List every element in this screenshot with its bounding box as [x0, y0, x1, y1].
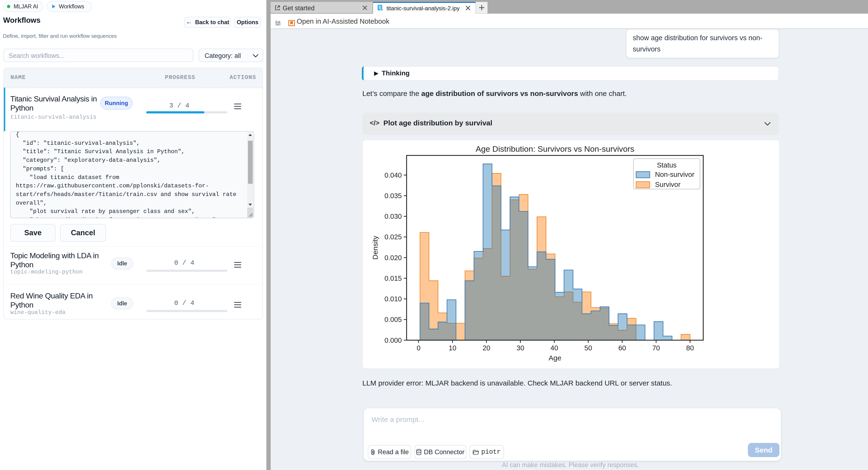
svg-text:60: 60	[618, 344, 626, 352]
svg-text:0.035: 0.035	[384, 192, 402, 199]
svg-text:Non-survivor: Non-survivor	[655, 170, 694, 178]
svg-text:10: 10	[449, 344, 456, 352]
svg-text:Status: Status	[657, 161, 677, 169]
svg-text:0.020: 0.020	[384, 254, 402, 261]
svg-text:50: 50	[584, 344, 592, 352]
svg-text:0.010: 0.010	[384, 295, 402, 303]
svg-text:70: 70	[652, 344, 660, 352]
svg-text:0.015: 0.015	[384, 275, 402, 282]
svg-text:0.030: 0.030	[384, 213, 402, 220]
svg-text:0.005: 0.005	[384, 316, 402, 323]
svg-text:Survivor: Survivor	[655, 181, 681, 188]
svg-text:Age Distribution: Survivors vs: Age Distribution: Survivors vs Non-survi…	[475, 144, 634, 153]
svg-text:20: 20	[483, 344, 490, 352]
svg-text:80: 80	[686, 344, 694, 352]
svg-text:Age: Age	[549, 354, 561, 362]
svg-text:0.040: 0.040	[384, 171, 402, 179]
svg-text:0: 0	[417, 344, 421, 352]
svg-text:0.025: 0.025	[384, 233, 402, 241]
svg-text:30: 30	[517, 344, 524, 352]
svg-text:Density: Density	[371, 236, 379, 260]
svg-text:40: 40	[551, 344, 558, 352]
svg-text:0.000: 0.000	[384, 337, 402, 344]
